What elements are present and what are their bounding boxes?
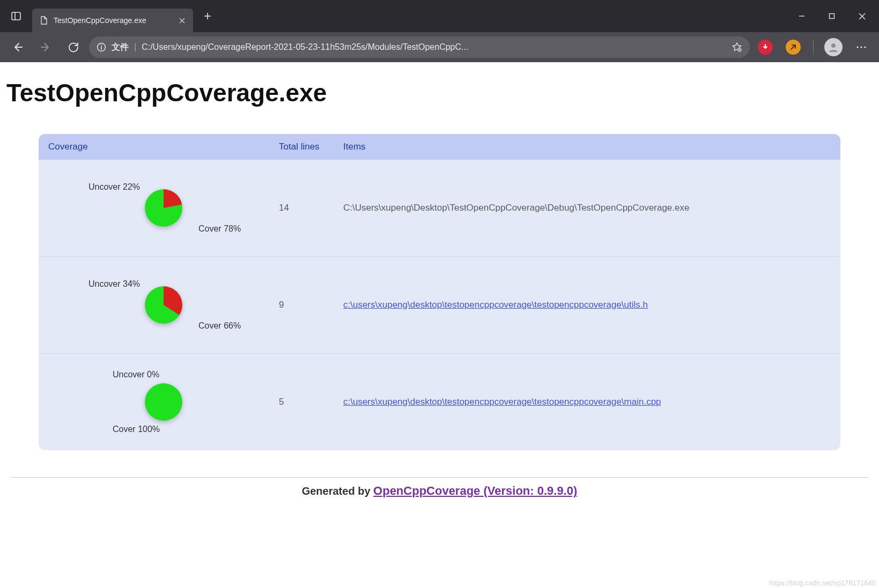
footer-prefix: Generated by bbox=[302, 485, 373, 497]
page-title: TestOpenCppCoverage.exe bbox=[6, 78, 873, 107]
favorite-icon[interactable] bbox=[732, 42, 742, 53]
plus-icon bbox=[204, 12, 211, 20]
cell-coverage: Uncover 0%Cover 100% bbox=[48, 370, 279, 434]
pie-icon bbox=[145, 383, 182, 421]
cell-total-lines: 9 bbox=[279, 300, 343, 310]
cell-item: C:\Users\xupeng\Desktop\TestOpenCppCover… bbox=[343, 203, 831, 213]
table-row: Uncover 34%Cover 66%9c:\users\xupeng\des… bbox=[39, 256, 840, 353]
extension-red-icon bbox=[758, 40, 773, 55]
cell-total-lines: 5 bbox=[279, 397, 343, 407]
forward-button[interactable] bbox=[33, 35, 58, 59]
header-total-lines[interactable]: Total lines bbox=[279, 142, 343, 152]
item-link[interactable]: c:\users\xupeng\desktop\testopencppcover… bbox=[343, 300, 648, 310]
uncover-label: Uncover 34% bbox=[88, 279, 140, 289]
reload-icon bbox=[68, 42, 79, 53]
window-minimize-button[interactable] bbox=[787, 0, 817, 32]
browser-titlebar: TestOpenCppCoverage.exe bbox=[0, 0, 879, 32]
minimize-icon bbox=[799, 13, 805, 19]
footer-separator bbox=[11, 477, 868, 478]
header-items[interactable]: Items bbox=[343, 142, 831, 152]
svg-point-19 bbox=[864, 46, 866, 48]
address-bar[interactable]: 文件 | C:/Users/xupeng/CoverageReport-2021… bbox=[89, 36, 750, 58]
browser-tab[interactable]: TestOpenCppCoverage.exe bbox=[32, 9, 193, 32]
tab-actions-button[interactable] bbox=[0, 0, 32, 32]
profile-avatar-icon bbox=[824, 38, 843, 56]
coverage-pie-chart: Uncover 0%Cover 100% bbox=[48, 370, 279, 434]
header-coverage[interactable]: Coverage bbox=[48, 142, 279, 152]
item-link[interactable]: c:\users\xupeng\desktop\testopencppcover… bbox=[343, 397, 661, 407]
info-icon[interactable] bbox=[97, 42, 106, 52]
table-header-row: Coverage Total lines Items bbox=[39, 134, 840, 160]
file-icon bbox=[40, 16, 48, 25]
overflow-menu-button[interactable] bbox=[849, 35, 874, 59]
footer-link[interactable]: OpenCppCoverage (Version: 0.9.9.0) bbox=[373, 484, 577, 497]
window-controls bbox=[787, 0, 879, 32]
extension-1-button[interactable] bbox=[753, 35, 778, 59]
profile-button[interactable] bbox=[821, 35, 846, 59]
uncover-label: Uncover 22% bbox=[88, 182, 140, 192]
coverage-pie-chart: Uncover 34%Cover 66% bbox=[48, 273, 279, 337]
cell-coverage: Uncover 34%Cover 66% bbox=[48, 273, 279, 337]
svg-point-17 bbox=[856, 46, 858, 48]
coverage-pie-chart: Uncover 22%Cover 78% bbox=[48, 176, 279, 240]
pie-icon bbox=[145, 286, 182, 324]
uncover-label: Uncover 0% bbox=[113, 370, 159, 379]
footer: Generated by OpenCppCoverage (Version: 0… bbox=[6, 484, 873, 503]
cover-label: Cover 78% bbox=[198, 224, 241, 234]
watermark: https://blog.csdn.net/xp178171640 bbox=[769, 579, 876, 587]
cover-label: Cover 100% bbox=[113, 425, 160, 434]
toolbar-separator bbox=[813, 40, 814, 55]
tab-title: TestOpenCppCoverage.exe bbox=[54, 16, 173, 25]
back-button[interactable] bbox=[5, 35, 30, 59]
reload-button[interactable] bbox=[61, 35, 86, 59]
pie-icon bbox=[145, 189, 182, 227]
page-viewport[interactable]: TestOpenCppCoverage.exe Coverage Total l… bbox=[0, 62, 879, 588]
svg-point-18 bbox=[860, 46, 862, 48]
table-row: Uncover 0%Cover 100%5c:\users\xupeng\des… bbox=[39, 353, 840, 450]
address-type-label: 文件 bbox=[112, 42, 129, 53]
maximize-icon bbox=[829, 13, 835, 19]
svg-rect-7 bbox=[830, 14, 834, 19]
cell-item: c:\users\xupeng\desktop\testopencppcover… bbox=[343, 397, 831, 407]
ellipsis-icon bbox=[856, 46, 867, 49]
address-url: C:/Users/xupeng/CoverageReport-2021-05-2… bbox=[142, 42, 726, 52]
close-icon bbox=[859, 13, 866, 20]
browser-toolbar: 文件 | C:/Users/xupeng/CoverageReport-2021… bbox=[0, 32, 879, 62]
svg-rect-0 bbox=[12, 12, 20, 20]
close-tab-icon[interactable] bbox=[179, 17, 186, 24]
cell-total-lines: 14 bbox=[279, 203, 343, 213]
coverage-report-table: Coverage Total lines Items Uncover 22%Co… bbox=[39, 134, 840, 450]
arrow-right-icon bbox=[40, 42, 51, 53]
item-text: C:\Users\xupeng\Desktop\TestOpenCppCover… bbox=[343, 203, 689, 213]
cell-coverage: Uncover 22%Cover 78% bbox=[48, 176, 279, 240]
tablist-icon bbox=[11, 11, 21, 21]
table-row: Uncover 22%Cover 78%14C:\Users\xupeng\De… bbox=[39, 160, 840, 256]
window-maximize-button[interactable] bbox=[817, 0, 847, 32]
cover-label: Cover 66% bbox=[198, 321, 241, 331]
extension-2-button[interactable] bbox=[781, 35, 806, 59]
window-close-button[interactable] bbox=[847, 0, 877, 32]
arrow-left-icon bbox=[12, 42, 23, 53]
address-separator: | bbox=[134, 42, 136, 52]
svg-point-16 bbox=[831, 43, 836, 48]
svg-point-11 bbox=[101, 44, 102, 46]
new-tab-button[interactable] bbox=[197, 6, 218, 26]
cell-item: c:\users\xupeng\desktop\testopencppcover… bbox=[343, 300, 831, 310]
extension-orange-icon bbox=[786, 40, 801, 55]
